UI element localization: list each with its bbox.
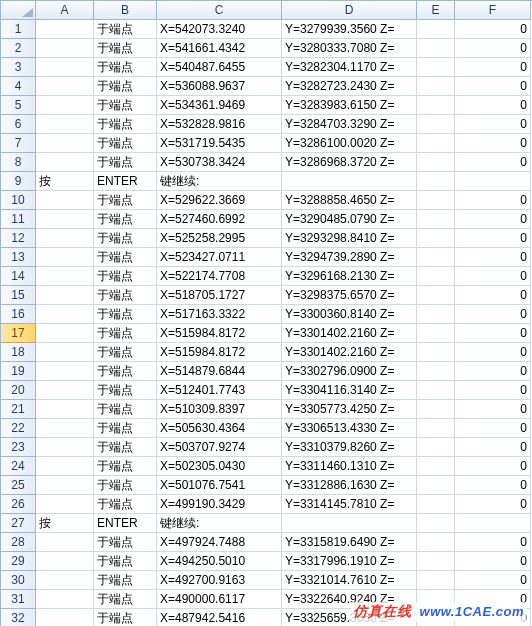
cell-e[interactable]: [417, 20, 455, 39]
cell-c[interactable]: X=532828.9816: [157, 115, 282, 134]
cell-c[interactable]: X=502305.0430: [157, 457, 282, 476]
row-header[interactable]: 3: [1, 58, 36, 77]
cell-b[interactable]: 于端点: [94, 248, 157, 267]
cell-a[interactable]: [36, 476, 94, 495]
cell-d[interactable]: Y=3310379.8260 Z=: [282, 438, 417, 457]
cell-e[interactable]: [417, 229, 455, 248]
cell-c[interactable]: X=494250.5010: [157, 552, 282, 571]
row-header[interactable]: 15: [1, 286, 36, 305]
cell-d[interactable]: Y=3293298.8410 Z=: [282, 229, 417, 248]
cell-e[interactable]: [417, 476, 455, 495]
cell-b[interactable]: 于端点: [94, 400, 157, 419]
cell-c[interactable]: X=525258.2995: [157, 229, 282, 248]
cell-e[interactable]: [417, 495, 455, 514]
cell-f[interactable]: 0: [455, 286, 531, 305]
cell-f[interactable]: 0: [455, 39, 531, 58]
cell-c[interactable]: X=501076.7541: [157, 476, 282, 495]
cell-d[interactable]: Y=3306513.4330 Z=: [282, 419, 417, 438]
cell-b[interactable]: 于端点: [94, 419, 157, 438]
cell-d[interactable]: Y=3282723.2430 Z=: [282, 77, 417, 96]
cell-c[interactable]: X=510309.8397: [157, 400, 282, 419]
cell-d[interactable]: Y=3300360.8140 Z=: [282, 305, 417, 324]
row-header[interactable]: 22: [1, 419, 36, 438]
row-header[interactable]: 20: [1, 381, 36, 400]
column-header-B[interactable]: B: [94, 1, 157, 20]
cell-b[interactable]: 于端点: [94, 77, 157, 96]
cell-e[interactable]: [417, 191, 455, 210]
cell-a[interactable]: [36, 571, 94, 590]
row-header[interactable]: 24: [1, 457, 36, 476]
cell-a[interactable]: [36, 438, 94, 457]
cell-f[interactable]: 0: [455, 20, 531, 39]
cell-d[interactable]: Y=3314145.7810 Z=: [282, 495, 417, 514]
cell-f[interactable]: 0: [455, 324, 531, 343]
cell-f[interactable]: 0: [455, 229, 531, 248]
cell-f[interactable]: 0: [455, 362, 531, 381]
cell-e[interactable]: [417, 286, 455, 305]
cell-a[interactable]: [36, 381, 94, 400]
cell-d[interactable]: Y=3296168.2130 Z=: [282, 267, 417, 286]
cell-f[interactable]: 0: [455, 476, 531, 495]
cell-d[interactable]: Y=3312886.1630 Z=: [282, 476, 417, 495]
cell-c[interactable]: X=540487.6455: [157, 58, 282, 77]
cell-a[interactable]: [36, 77, 94, 96]
row-header[interactable]: 31: [1, 590, 36, 609]
row-header[interactable]: 27: [1, 514, 36, 533]
cell-a[interactable]: [36, 552, 94, 571]
cell-e[interactable]: [417, 457, 455, 476]
cell-e[interactable]: [417, 362, 455, 381]
cell-d[interactable]: Y=3283983.6150 Z=: [282, 96, 417, 115]
cell-f[interactable]: 0: [455, 381, 531, 400]
cell-a[interactable]: [36, 210, 94, 229]
cell-b[interactable]: 于端点: [94, 476, 157, 495]
cell-f[interactable]: 0: [455, 400, 531, 419]
cell-c[interactable]: X=497924.7488: [157, 533, 282, 552]
cell-d[interactable]: Y=3298375.6570 Z=: [282, 286, 417, 305]
cell-b[interactable]: ENTER: [94, 172, 157, 191]
cell-a[interactable]: [36, 134, 94, 153]
cell-c[interactable]: X=527460.6992: [157, 210, 282, 229]
cell-f[interactable]: 0: [455, 58, 531, 77]
cell-c[interactable]: X=542073.3240: [157, 20, 282, 39]
row-header[interactable]: 18: [1, 343, 36, 362]
row-header[interactable]: 21: [1, 400, 36, 419]
cell-f[interactable]: 0: [455, 438, 531, 457]
row-header[interactable]: 11: [1, 210, 36, 229]
cell-a[interactable]: [36, 400, 94, 419]
cell-e[interactable]: [417, 115, 455, 134]
cell-a[interactable]: [36, 248, 94, 267]
cell-f[interactable]: 0: [455, 210, 531, 229]
cell-b[interactable]: 于端点: [94, 96, 157, 115]
cell-b[interactable]: 于端点: [94, 438, 157, 457]
cell-e[interactable]: [417, 210, 455, 229]
cell-e[interactable]: [417, 419, 455, 438]
cell-b[interactable]: 于端点: [94, 609, 157, 626]
cell-c[interactable]: X=530738.3424: [157, 153, 282, 172]
column-header-C[interactable]: C: [157, 1, 282, 20]
cell-d[interactable]: Y=3305773.4250 Z=: [282, 400, 417, 419]
row-header[interactable]: 8: [1, 153, 36, 172]
cell-a[interactable]: [36, 96, 94, 115]
cell-e[interactable]: [417, 153, 455, 172]
cell-a[interactable]: [36, 58, 94, 77]
cell-a[interactable]: 按: [36, 514, 94, 533]
cell-a[interactable]: 按: [36, 172, 94, 191]
row-header[interactable]: 29: [1, 552, 36, 571]
cell-a[interactable]: [36, 343, 94, 362]
cell-c[interactable]: X=499190.3429: [157, 495, 282, 514]
cell-c[interactable]: X=534361.9469: [157, 96, 282, 115]
cell-f[interactable]: 0: [455, 495, 531, 514]
row-header[interactable]: 6: [1, 115, 36, 134]
cell-b[interactable]: 于端点: [94, 362, 157, 381]
row-header[interactable]: 13: [1, 248, 36, 267]
cell-c[interactable]: X=515984.8172: [157, 324, 282, 343]
row-header[interactable]: 10: [1, 191, 36, 210]
cell-b[interactable]: 于端点: [94, 457, 157, 476]
cell-c[interactable]: X=515984.8172: [157, 343, 282, 362]
cell-b[interactable]: 于端点: [94, 134, 157, 153]
cell-d[interactable]: Y=3286100.0020 Z=: [282, 134, 417, 153]
cell-c[interactable]: X=487942.5416: [157, 609, 282, 626]
cell-d[interactable]: Y=3317996.1910 Z=: [282, 552, 417, 571]
row-header[interactable]: 26: [1, 495, 36, 514]
cell-a[interactable]: [36, 286, 94, 305]
